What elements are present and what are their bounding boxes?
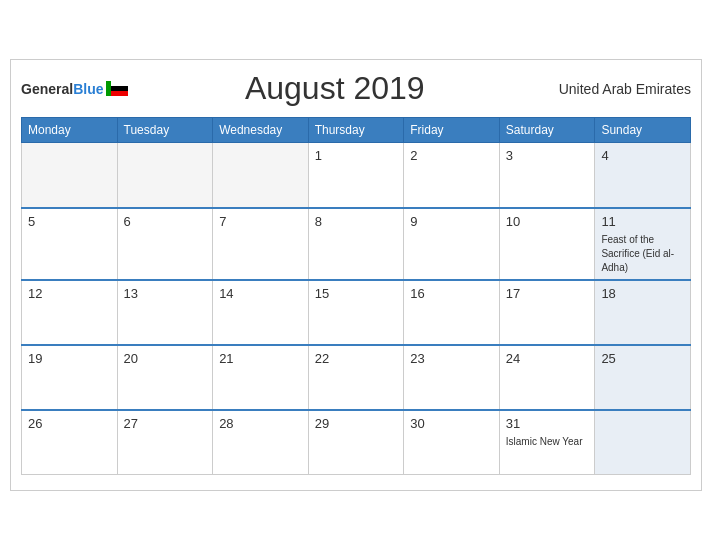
calendar-cell: 8 (308, 208, 404, 280)
logo: GeneralBlue (21, 81, 128, 97)
day-number: 27 (124, 416, 207, 431)
day-number: 22 (315, 351, 398, 366)
day-number: 10 (506, 214, 589, 229)
calendar-row: 1234 (22, 143, 691, 208)
calendar-cell: 12 (22, 280, 118, 345)
calendar-cell: 31Islamic New Year (499, 410, 595, 475)
calendar-header: GeneralBlue August 2019 United Arab Emir… (21, 70, 691, 107)
col-header-thursday: Thursday (308, 118, 404, 143)
event-label: Islamic New Year (506, 436, 583, 447)
calendar-cell: 25 (595, 345, 691, 410)
calendar-cell: 10 (499, 208, 595, 280)
calendar-cell: 27 (117, 410, 213, 475)
day-number: 14 (219, 286, 302, 301)
calendar-row: 262728293031Islamic New Year (22, 410, 691, 475)
logo-blue-text: Blue (73, 81, 103, 97)
calendar-cell: 16 (404, 280, 500, 345)
calendar-cell: 1 (308, 143, 404, 208)
logo-flag-icon (106, 81, 128, 96)
day-number: 5 (28, 214, 111, 229)
svg-rect-1 (106, 81, 111, 96)
calendar-cell: 15 (308, 280, 404, 345)
calendar-cell: 30 (404, 410, 500, 475)
day-number: 8 (315, 214, 398, 229)
day-number: 7 (219, 214, 302, 229)
svg-rect-3 (111, 86, 128, 91)
calendar-table: MondayTuesdayWednesdayThursdayFridaySatu… (21, 117, 691, 475)
calendar-cell: 23 (404, 345, 500, 410)
calendar-cell (117, 143, 213, 208)
calendar-cell: 20 (117, 345, 213, 410)
logo-general-text: General (21, 81, 73, 97)
day-number: 25 (601, 351, 684, 366)
calendar-cell: 4 (595, 143, 691, 208)
calendar-cell: 13 (117, 280, 213, 345)
calendar-cell: 9 (404, 208, 500, 280)
calendar-cell: 29 (308, 410, 404, 475)
day-headers-row: MondayTuesdayWednesdayThursdayFridaySatu… (22, 118, 691, 143)
event-label: Feast of the Sacrifice (Eid al-Adha) (601, 234, 674, 273)
calendar-cell: 2 (404, 143, 500, 208)
col-header-wednesday: Wednesday (213, 118, 309, 143)
calendar-cell: 14 (213, 280, 309, 345)
calendar-cell: 21 (213, 345, 309, 410)
day-number: 24 (506, 351, 589, 366)
calendar-cell: 3 (499, 143, 595, 208)
calendar-cell: 17 (499, 280, 595, 345)
col-header-tuesday: Tuesday (117, 118, 213, 143)
day-number: 2 (410, 148, 493, 163)
calendar-cell (595, 410, 691, 475)
svg-rect-4 (111, 91, 128, 96)
day-number: 15 (315, 286, 398, 301)
day-number: 26 (28, 416, 111, 431)
calendar-row: 12131415161718 (22, 280, 691, 345)
calendar-cell: 11Feast of the Sacrifice (Eid al-Adha) (595, 208, 691, 280)
day-number: 19 (28, 351, 111, 366)
day-number: 30 (410, 416, 493, 431)
calendar-cell: 5 (22, 208, 118, 280)
day-number: 9 (410, 214, 493, 229)
col-header-friday: Friday (404, 118, 500, 143)
calendar-cell: 6 (117, 208, 213, 280)
calendar-row: 19202122232425 (22, 345, 691, 410)
calendar-cell (213, 143, 309, 208)
day-number: 3 (506, 148, 589, 163)
day-number: 4 (601, 148, 684, 163)
calendar-cell: 19 (22, 345, 118, 410)
calendar-cell: 28 (213, 410, 309, 475)
day-number: 6 (124, 214, 207, 229)
calendar-title: August 2019 (128, 70, 541, 107)
calendar-cell: 18 (595, 280, 691, 345)
day-number: 16 (410, 286, 493, 301)
day-number: 12 (28, 286, 111, 301)
day-number: 20 (124, 351, 207, 366)
calendar-cell: 24 (499, 345, 595, 410)
calendar-cell: 7 (213, 208, 309, 280)
day-number: 18 (601, 286, 684, 301)
calendar-cell: 26 (22, 410, 118, 475)
calendar-cell: 22 (308, 345, 404, 410)
country-name: United Arab Emirates (541, 81, 691, 97)
day-number: 23 (410, 351, 493, 366)
col-header-monday: Monday (22, 118, 118, 143)
day-number: 31 (506, 416, 589, 431)
day-number: 1 (315, 148, 398, 163)
day-number: 28 (219, 416, 302, 431)
day-number: 17 (506, 286, 589, 301)
day-number: 29 (315, 416, 398, 431)
calendar-cell (22, 143, 118, 208)
calendar-row: 567891011Feast of the Sacrifice (Eid al-… (22, 208, 691, 280)
day-number: 11 (601, 214, 684, 229)
col-header-saturday: Saturday (499, 118, 595, 143)
svg-rect-2 (111, 81, 128, 86)
day-number: 21 (219, 351, 302, 366)
col-header-sunday: Sunday (595, 118, 691, 143)
calendar-container: GeneralBlue August 2019 United Arab Emir… (10, 59, 702, 491)
day-number: 13 (124, 286, 207, 301)
